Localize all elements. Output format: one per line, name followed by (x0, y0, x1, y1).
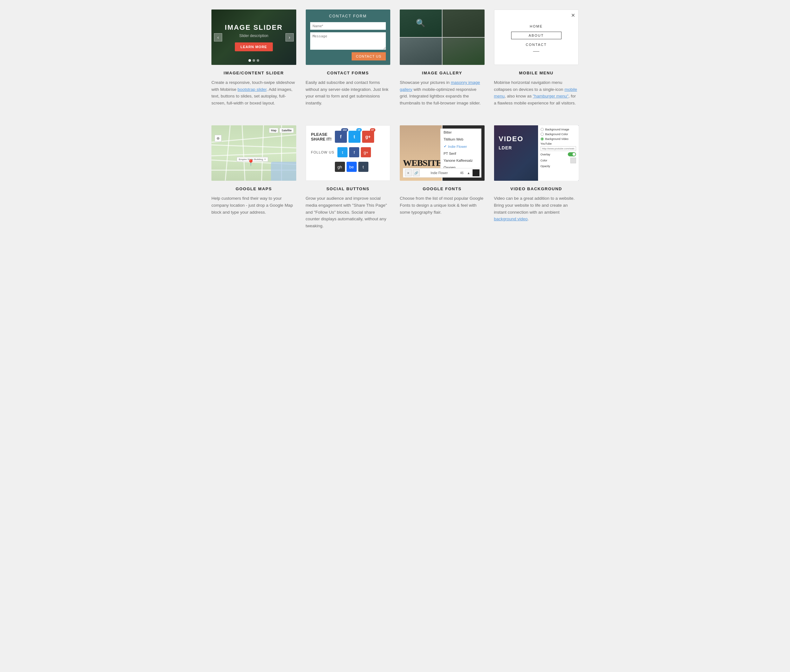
card-social-buttons: PLEASESHARE IT! f 102 t 19 g+ 47 (306, 125, 390, 229)
link-hamburger-menu[interactable]: "hamburger menu" (533, 94, 568, 98)
follow-tw[interactable]: t (337, 147, 347, 157)
slider-dot-1[interactable] (248, 59, 251, 62)
contact-form-title: CONTACT FORM (310, 14, 386, 18)
slider-arrow-left[interactable]: ‹ (214, 33, 222, 42)
video-label-bg-image: Background Image (545, 128, 569, 131)
card-title-contact: CONTACT FORMS (306, 70, 390, 75)
maps-zoom-control[interactable]: ⊕ (214, 135, 222, 142)
card-desc-social: Grow your audience and improve social me… (306, 195, 390, 229)
contact-message-input[interactable] (310, 32, 386, 50)
follow-be[interactable]: be (347, 162, 357, 172)
fonts-link-btn[interactable]: 🔗 (413, 170, 420, 176)
fonts-size-value: 46 (459, 171, 465, 175)
card-title-slider: IMAGE/CONTENT SLIDER (211, 70, 296, 75)
card-desc-maps: Help customers find their way to your co… (211, 195, 296, 216)
follow-icons: t f g+ (337, 147, 371, 157)
video-radio-bg-image[interactable] (541, 128, 544, 131)
slider-dot-3[interactable] (257, 59, 259, 62)
maps-satellite-btn[interactable]: Satellite (280, 128, 293, 133)
contact-name-input[interactable] (310, 22, 386, 30)
page-wrapper: ‹ IMAGE SLIDER Slider description LEARN … (205, 0, 585, 258)
fonts-selected-name: Indie Flower (421, 171, 458, 175)
slider-learn-more[interactable]: LEARN MORE (235, 42, 273, 51)
card-desc-fonts: Choose from the list of most popular Goo… (400, 195, 485, 216)
video-yt-label: YouTube (541, 142, 576, 145)
gp-icon: g+ (365, 134, 371, 139)
card-desc-contact: Easily add subscribe and contact forms w… (306, 79, 390, 106)
social-share-label: PLEASESHARE IT! (311, 132, 332, 142)
fonts-item-titillium[interactable]: Titillium Web (441, 136, 481, 143)
gallery-cell-2 (400, 38, 442, 65)
social-share-gp[interactable]: g+ 47 (362, 131, 374, 143)
mobile-menu-item-home[interactable]: HOME (511, 23, 561, 30)
slider-subheading: Slider description (225, 34, 283, 38)
video-label-bg-color: Background Color (545, 133, 568, 136)
video-overlay-label: Overlay (541, 153, 550, 156)
video-yt-input[interactable] (541, 146, 576, 151)
card-title-mobile-menu: MOBILE MENU (494, 70, 579, 75)
maps-map-btn[interactable]: Map (269, 128, 278, 133)
slider-arrow-right[interactable]: › (285, 33, 294, 42)
mobile-menu-item-contact[interactable]: CONTACT (511, 41, 561, 48)
video-label-bg-video: Background Video (545, 138, 568, 141)
follow-tm[interactable]: t (358, 162, 368, 172)
video-option-bg-image[interactable]: Background Image (541, 128, 576, 131)
contact-submit-btn[interactable]: CONTACT US (352, 52, 386, 61)
fonts-item-yanone[interactable]: Yanone Kaffeesatz (441, 157, 481, 164)
follow-label: FOLLOW US (311, 150, 334, 154)
maps-label-close[interactable]: ✕ (264, 158, 266, 161)
row2-grid: Map Satellite ⊕ Empire State Building ✕ … (211, 125, 579, 229)
card-google-maps: Map Satellite ⊕ Empire State Building ✕ … (211, 125, 296, 229)
row1-grid: ‹ IMAGE SLIDER Slider description LEARN … (211, 10, 579, 106)
link-masonry-gallery[interactable]: masonry image gallery (400, 80, 480, 92)
card-desc-slider: Create a responsive, touch-swipe slidesh… (211, 79, 296, 106)
fonts-preview: Bitter Titillium Web ✔ Indie Flower PT S… (400, 125, 485, 181)
video-color-swatch[interactable] (570, 158, 576, 163)
follow-fb[interactable]: f (349, 147, 359, 157)
fb-icon: f (340, 134, 342, 139)
card-mobile-menu: ✕ HOME ABOUT CONTACT MOBILE MENU Mobiris… (494, 10, 579, 106)
maps-water (271, 162, 296, 181)
card-title-fonts: GOOGLE FONTS (400, 186, 485, 191)
fb-count: 102 (341, 128, 348, 132)
card-google-fonts: Bitter Titillium Web ✔ Indie Flower PT S… (400, 125, 485, 229)
link-background-video[interactable]: background video (494, 216, 528, 221)
fonts-color-picker[interactable] (473, 170, 480, 176)
follow-row: FOLLOW US t f g+ (311, 147, 385, 157)
video-option-bg-video[interactable]: Background Video (541, 138, 576, 141)
link-bootstrap-slider[interactable]: bootstrap slider (238, 87, 267, 92)
video-radio-bg-video[interactable] (541, 138, 544, 141)
mobile-menu-close-icon[interactable]: ✕ (571, 12, 575, 18)
video-option-bg-color[interactable]: Background Color (541, 133, 576, 136)
card-title-social: SOCIAL BUTTONS (306, 186, 390, 191)
fonts-item-bitter[interactable]: Bitter (441, 129, 481, 136)
follow-gp[interactable]: g+ (361, 147, 371, 157)
slider-dots (248, 59, 259, 62)
follow-icons-row2: gh be t (311, 162, 385, 172)
video-overlay-row: Overlay (541, 152, 576, 156)
card-desc-gallery: Showcase your pictures in masonry image … (400, 79, 485, 106)
social-share-row: PLEASESHARE IT! f 102 t 19 g+ 47 (311, 131, 385, 143)
slider-dot-2[interactable] (253, 59, 255, 62)
video-overlay-toggle[interactable] (568, 152, 576, 156)
mobile-menu-item-about[interactable]: ABOUT (511, 32, 561, 39)
fonts-align-left[interactable]: ≡ (405, 170, 412, 176)
fonts-bottom-bar: ≡ 🔗 Indie Flower 46 ▲ (403, 168, 481, 178)
gallery-main-cell: 🔍 (400, 10, 442, 37)
video-radio-bg-color[interactable] (541, 133, 544, 136)
social-share-tw[interactable]: t 19 (349, 131, 360, 143)
card-desc-mobile-menu: Mobirise horizontal navigation menu coll… (494, 79, 579, 106)
fonts-item-indie[interactable]: ✔ Indie Flower (441, 143, 481, 150)
video-opacity-label: Opacity (541, 165, 550, 168)
follow-gh[interactable]: gh (335, 162, 345, 172)
video-color-row: Color (541, 158, 576, 163)
card-title-video: VIDEO BACKGROUND (494, 186, 579, 191)
gallery-preview: 🔍 (400, 10, 485, 65)
video-preview: VIDEOLDER Background Image Background Co… (494, 125, 579, 181)
gallery-cell-1 (443, 10, 485, 37)
fonts-dropdown: Bitter Titillium Web ✔ Indie Flower PT S… (440, 128, 481, 171)
video-panel: Background Image Background Color Backgr… (538, 125, 579, 181)
video-opacity-row: Opacity (541, 165, 576, 168)
fonts-item-pt[interactable]: PT Serif (441, 150, 481, 157)
social-share-fb[interactable]: f 102 (335, 131, 347, 143)
